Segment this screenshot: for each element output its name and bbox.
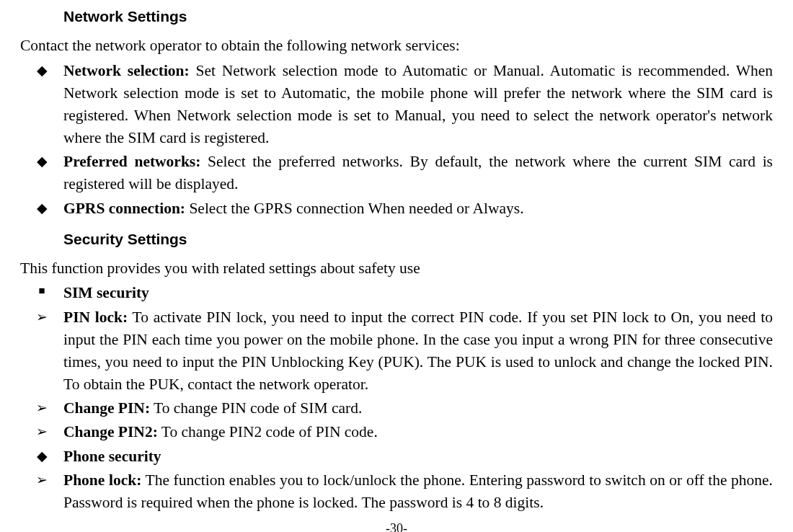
list-item: ◆ GPRS connection: Select the GPRS conne… bbox=[20, 198, 773, 220]
arrow-bullet-icon: ➢ bbox=[20, 421, 63, 443]
heading-network: Network Settings bbox=[63, 6, 773, 27]
item-title: Change PIN2: bbox=[63, 423, 158, 440]
item-title: GPRS connection: bbox=[63, 200, 185, 217]
item-title: SIM security bbox=[63, 284, 149, 301]
intro-security: This function provides you with related … bbox=[20, 257, 773, 280]
list-item: ➢ Change PIN2: To change PIN2 code of PI… bbox=[20, 421, 773, 443]
diamond-bullet-icon: ◆ bbox=[20, 445, 63, 467]
list-item: ◆ Preferred networks: Select the preferr… bbox=[20, 151, 773, 195]
heading-security: Security Settings bbox=[63, 229, 773, 250]
item-title: Phone lock: bbox=[63, 471, 141, 489]
arrow-bullet-icon: ➢ bbox=[20, 397, 63, 419]
item-title: Phone security bbox=[63, 448, 161, 465]
list-item: ➢ Change PIN: To change PIN code of SIM … bbox=[20, 397, 773, 420]
item-text: To change PIN code of SIM card. bbox=[150, 399, 362, 417]
list-item: ■ SIM security bbox=[20, 282, 773, 304]
network-list: ◆ Network selection: Set Network selecti… bbox=[20, 60, 773, 220]
intro-network: Contact the network operator to obtain t… bbox=[20, 35, 773, 57]
item-text: Select the GPRS connection When needed o… bbox=[185, 200, 524, 217]
diamond-bullet-icon: ◆ bbox=[20, 151, 63, 172]
square-bullet-icon: ■ bbox=[20, 282, 63, 299]
item-text: The function enables you to lock/unlock … bbox=[63, 471, 773, 511]
item-text: To change PIN2 code of PIN code. bbox=[158, 423, 378, 440]
item-title: PIN lock: bbox=[63, 309, 128, 326]
arrow-bullet-icon: ➢ bbox=[20, 469, 63, 491]
diamond-bullet-icon: ◆ bbox=[20, 60, 63, 81]
list-item: ➢ PIN lock: To activate PIN lock, you ne… bbox=[20, 306, 773, 396]
arrow-bullet-icon: ➢ bbox=[20, 306, 63, 328]
list-item: ◆ Network selection: Set Network selecti… bbox=[20, 60, 773, 150]
item-title: Network selection: bbox=[63, 62, 190, 79]
item-text: To activate PIN lock, you need to input … bbox=[63, 309, 773, 394]
security-list: ■ SIM security ➢ PIN lock: To activate P… bbox=[20, 282, 773, 514]
page-number: -30- bbox=[0, 521, 793, 532]
diamond-bullet-icon: ◆ bbox=[20, 198, 63, 219]
list-item: ➢ Phone lock: The function enables you t… bbox=[20, 469, 773, 514]
item-title: Preferred networks: bbox=[63, 153, 200, 170]
item-title: Change PIN: bbox=[63, 399, 150, 417]
list-item: ◆ Phone security bbox=[20, 445, 773, 468]
